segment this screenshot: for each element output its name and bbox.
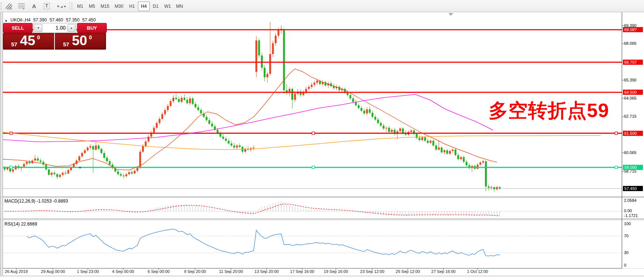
price-line-badge: 69.087 [623,27,643,32]
svg-text:E: E [10,7,12,10]
date-axis-label: 27 Sep 16:00 [426,269,460,274]
buy-price-small: 57 [63,41,69,47]
volume-increase-button[interactable]: ▲ [67,24,75,32]
rsi-axis-label: 70 [624,234,644,238]
date-axis-label: 17 Sep 16:00 [285,269,319,274]
text-label-icon[interactable]: A [28,1,40,11]
tab-timeframe-M5[interactable]: M5 [86,1,98,11]
rsi-axis-label: 0 [624,263,644,268]
tab-timeframe-D1[interactable]: D1 [150,1,162,11]
tab-timeframe-H1[interactable]: H1 [126,1,138,11]
chart-annotation: 多空转折点59 [489,98,609,124]
price-line-badge: 61.500 [623,131,643,136]
date-axis-label: 11 Sep 20:00 [214,269,248,274]
date-axis-label: 13 Sep 20:00 [250,269,284,274]
date-axis-label: 29 Aug 00:00 [36,269,70,274]
price-line-badge: 64.500 [623,90,643,95]
toolbar-grip[interactable] [1,2,3,10]
macd-label: MACD(12,26,9) -1.0253 -0.8893 [4,198,68,204]
price-tick-label: 62.715 [624,114,644,119]
macd-axis-label: 2.0584 [624,198,644,203]
svg-text:F: F [23,7,24,10]
rsi-label: RSI(14) 22.6669 [4,221,37,227]
collapse-icon[interactable]: ▲ [4,19,8,22]
date-axis-label: 19 Sep 16:00 [319,269,353,274]
rsi-axis-label: 100 [624,221,644,226]
price-line-badge: 59.000 [623,165,643,170]
ma-medium [3,94,493,142]
price-tick-label: 60.065 [624,150,644,155]
tab-timeframe-W1[interactable]: W1 [162,1,174,11]
tab-timeframe-M30[interactable]: M30 [112,1,126,11]
date-axis-label: 4 Sep 00:00 [106,269,140,274]
volume-input[interactable]: 1.00 [43,23,66,33]
date-axis-label: 26 Aug 2019 [0,269,33,274]
crosshair-mark: + [79,165,82,170]
tab-timeframe-M1[interactable]: M1 [74,1,86,11]
sell-button[interactable]: SELL [3,23,33,33]
ma-fast [3,69,497,170]
bid-ask-display[interactable]: 57 45 0 57 50 0 [3,33,106,50]
text-box-icon[interactable]: T [41,1,53,11]
timeframe-grip[interactable] [72,2,73,10]
date-axis-label: 23 Sep 12:00 [355,269,389,274]
date-axis-label: 1 Sep 23:00 [71,269,105,274]
ohlc-low: 57.350 [66,17,80,23]
price-tick-label: 65.390 [624,78,644,83]
window-bottom-border [0,276,644,277]
one-click-trade-panel: SELL ▼ 1.00 ▲ BUY 57 45 0 57 50 0 [3,23,106,50]
date-axis-label: 6 Sep 00:00 [142,269,176,274]
rsi-axis-label: 30 [624,250,644,255]
price-line-badge: 57.450 [623,186,643,191]
price-line-badge: 66.707 [623,60,643,65]
tab-timeframe-M15[interactable]: M15 [98,1,112,11]
price-tick-label: 64.065 [624,96,644,101]
ohlc-close: 57.450 [82,17,96,23]
price-tick-label: 68.065 [624,41,644,46]
toolbar: E F A T M1M5M15M30H1H4D1W1MN [0,0,644,12]
volume-box: ▼ 1.00 ▲ [33,23,76,33]
macd-axis-label: -1.1721 [624,213,644,218]
sell-price-display[interactable]: 57 45 0 [3,33,54,50]
buy-price-big: 50 [72,33,87,49]
ohlc-open: 57.390 [33,17,47,23]
buy-button[interactable]: BUY [77,23,107,33]
arrow-style-icon[interactable] [53,1,68,11]
date-axis-label: 9 Sep 20:00 [178,269,212,274]
fib-fan-icon[interactable]: F [16,1,27,11]
fib-expansion-icon[interactable]: E [3,1,15,11]
trading-terminal-window: E F A T M1M5M15M30H1H4D1W1MN ▲ UKOil-,H4… [0,0,644,277]
sell-price-sup: 0 [37,34,40,40]
chart-header: ▲ UKOil-,H4 57.390 57.460 57.350 57.450 [4,17,97,23]
sell-price-small: 57 [11,41,17,47]
tab-timeframe-H4[interactable]: H4 [138,1,150,11]
sell-price-big: 45 [20,33,35,49]
tab-timeframe-MN[interactable]: MN [174,1,185,11]
chart-shift-marker [449,13,453,16]
toolbar-separator [70,1,70,10]
date-axis-label: 1 Oct 12:00 [460,269,495,274]
date-axis-label: 25 Sep 12:00 [391,269,425,274]
symbol-period: UKOil-,H4 [10,17,30,23]
ohlc-high: 57.460 [50,17,63,23]
macd-axis-label: 0.00 [624,208,644,213]
buy-price-sup: 0 [89,34,92,40]
buy-price-display[interactable]: 57 50 0 [55,33,106,50]
volume-decrease-button[interactable]: ▼ [34,24,42,32]
